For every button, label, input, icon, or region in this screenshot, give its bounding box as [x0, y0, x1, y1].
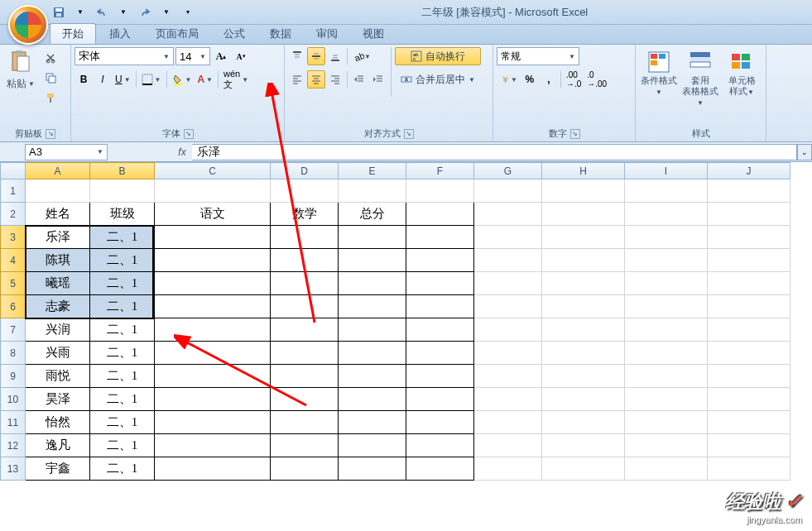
cell[interactable]: 二、1 [90, 318, 155, 342]
cell[interactable] [625, 272, 708, 295]
cell[interactable]: 志豪 [26, 295, 90, 318]
cell[interactable] [339, 179, 406, 203]
col-head-A[interactable]: A [26, 163, 90, 179]
qat-dropdown-icon[interactable]: ▼ [71, 3, 89, 22]
cell[interactable] [406, 388, 474, 411]
cell[interactable]: 二、1 [90, 249, 155, 272]
cell[interactable] [271, 226, 339, 249]
cell[interactable]: 陈琪 [26, 249, 90, 272]
cell[interactable] [542, 203, 625, 226]
copy-icon[interactable] [41, 69, 60, 87]
row-head-2[interactable]: 2 [1, 203, 26, 226]
cell[interactable] [625, 388, 708, 411]
cell[interactable]: 班级 [90, 203, 155, 226]
col-head-C[interactable]: C [155, 163, 271, 179]
align-launcher[interactable]: ↘ [404, 129, 414, 139]
cell[interactable] [155, 342, 271, 365]
increase-decimal-icon[interactable]: .00→.0 [564, 70, 584, 88]
row-head-3[interactable]: 3 [1, 226, 26, 249]
cell[interactable] [406, 226, 474, 249]
cell[interactable] [406, 457, 474, 481]
cell[interactable] [406, 203, 474, 226]
cell[interactable] [155, 318, 271, 342]
cell[interactable] [625, 249, 708, 272]
col-head-G[interactable]: G [474, 163, 542, 179]
cell[interactable] [474, 249, 542, 272]
row-head-12[interactable]: 12 [1, 434, 26, 457]
cell[interactable] [474, 388, 542, 411]
cell[interactable] [542, 434, 625, 457]
cell[interactable] [339, 272, 406, 295]
cell[interactable] [542, 365, 625, 388]
cell[interactable] [155, 457, 271, 481]
undo-dropdown-icon[interactable]: ▼ [114, 3, 132, 22]
cut-icon[interactable] [41, 49, 60, 67]
cell[interactable] [339, 411, 406, 434]
cell[interactable] [271, 272, 339, 295]
cell[interactable] [542, 249, 625, 272]
cell[interactable] [625, 295, 708, 318]
cell[interactable]: 二、1 [90, 295, 155, 318]
font-name-combo[interactable]: 宋体▼ [74, 47, 174, 65]
cell[interactable]: 二、1 [90, 226, 155, 249]
row-head-9[interactable]: 9 [1, 365, 26, 388]
tab-insert[interactable]: 插入 [98, 24, 142, 44]
row-head-1[interactable]: 1 [1, 179, 26, 203]
cell[interactable] [625, 203, 708, 226]
cell[interactable] [90, 179, 155, 203]
formula-input[interactable]: 乐泽 [192, 144, 797, 160]
cell[interactable] [406, 318, 474, 342]
cell[interactable] [474, 295, 542, 318]
font-launcher[interactable]: ↘ [184, 129, 194, 139]
cell[interactable] [625, 434, 708, 457]
align-right-icon[interactable] [326, 70, 344, 88]
tab-layout[interactable]: 页面布局 [144, 24, 210, 44]
clipboard-launcher[interactable]: ↘ [46, 129, 55, 139]
align-center-icon[interactable] [307, 70, 325, 88]
fill-color-button[interactable]: ▼ [170, 70, 195, 88]
cell[interactable]: 宇鑫 [26, 457, 90, 481]
cell[interactable]: 兴润 [26, 318, 90, 342]
cell[interactable] [474, 434, 542, 457]
select-all-corner[interactable] [1, 163, 26, 179]
cell[interactable] [625, 457, 708, 481]
merge-center-button[interactable]: a合并后居中▼ [395, 70, 481, 88]
cell[interactable] [708, 411, 790, 434]
col-head-H[interactable]: H [542, 163, 625, 179]
tab-view[interactable]: 视图 [351, 24, 396, 44]
cell[interactable] [26, 179, 90, 203]
number-launcher[interactable]: ↘ [570, 129, 580, 139]
paste-button[interactable]: 粘贴▼ [3, 47, 38, 93]
align-middle-icon[interactable] [307, 47, 325, 65]
cell[interactable] [339, 295, 406, 318]
cell[interactable] [708, 295, 790, 318]
cell[interactable]: 乐泽 [26, 226, 90, 249]
col-head-F[interactable]: F [406, 163, 474, 179]
cell[interactable]: 曦瑶 [26, 272, 90, 295]
cell[interactable] [474, 411, 542, 434]
cell[interactable] [542, 388, 625, 411]
cell[interactable] [708, 272, 790, 295]
cell[interactable] [625, 411, 708, 434]
office-button[interactable] [8, 5, 48, 45]
redo-dropdown-icon[interactable]: ▼ [157, 3, 175, 22]
qat-customize-icon[interactable]: ▾ [179, 3, 197, 22]
cell[interactable]: 二、1 [90, 434, 155, 457]
border-button[interactable]: ▼ [139, 70, 164, 88]
tab-formula[interactable]: 公式 [212, 24, 257, 44]
align-bottom-icon[interactable] [326, 47, 344, 65]
col-head-J[interactable]: J [708, 163, 790, 179]
cell[interactable] [406, 434, 474, 457]
cell[interactable]: 二、1 [90, 388, 155, 411]
format-painter-icon[interactable] [41, 88, 60, 107]
cell[interactable] [155, 388, 271, 411]
italic-button[interactable]: I [94, 70, 112, 88]
cell[interactable] [542, 295, 625, 318]
cell[interactable] [271, 179, 339, 203]
cell[interactable] [406, 295, 474, 318]
underline-button[interactable]: U▼ [113, 70, 133, 88]
phonetic-button[interactable]: wén文▼ [221, 70, 251, 88]
spreadsheet-grid[interactable]: ABCDEFGHIJ12姓名班级语文数学总分3乐泽二、14陈琪二、15曦瑶二、1… [0, 162, 790, 481]
cell[interactable] [708, 388, 790, 411]
row-head-8[interactable]: 8 [1, 342, 26, 365]
